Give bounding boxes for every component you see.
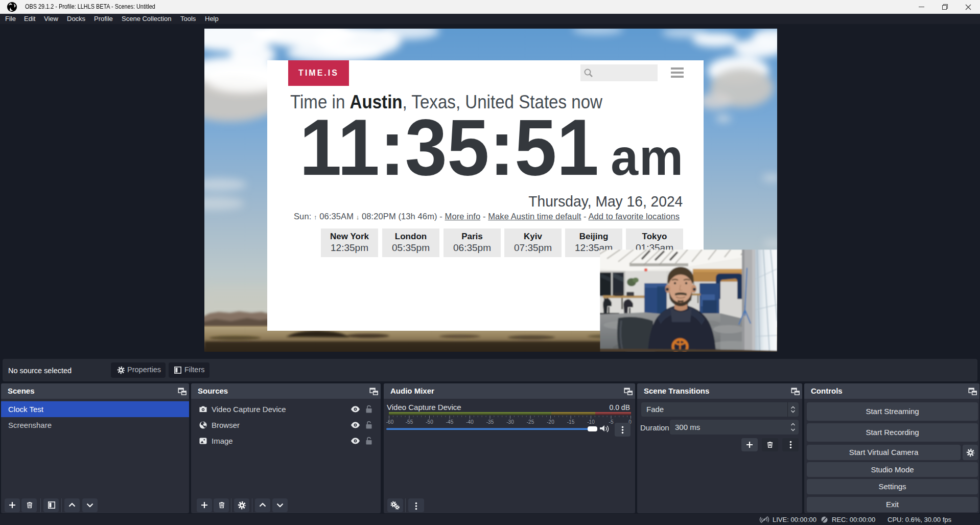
svg-text:-15: -15: [567, 419, 575, 425]
svg-text:-10: -10: [587, 419, 595, 425]
svg-text:-5: -5: [609, 419, 614, 425]
svg-text:-20: -20: [547, 419, 554, 425]
svg-text:-55: -55: [406, 419, 413, 425]
svg-text:-40: -40: [466, 419, 474, 425]
svg-text:-35: -35: [486, 419, 494, 425]
svg-text:-25: -25: [527, 419, 534, 425]
svg-text:-60: -60: [386, 419, 394, 425]
svg-text:-30: -30: [506, 419, 514, 425]
svg-text:-50: -50: [426, 419, 433, 425]
svg-text:-45: -45: [446, 419, 454, 425]
